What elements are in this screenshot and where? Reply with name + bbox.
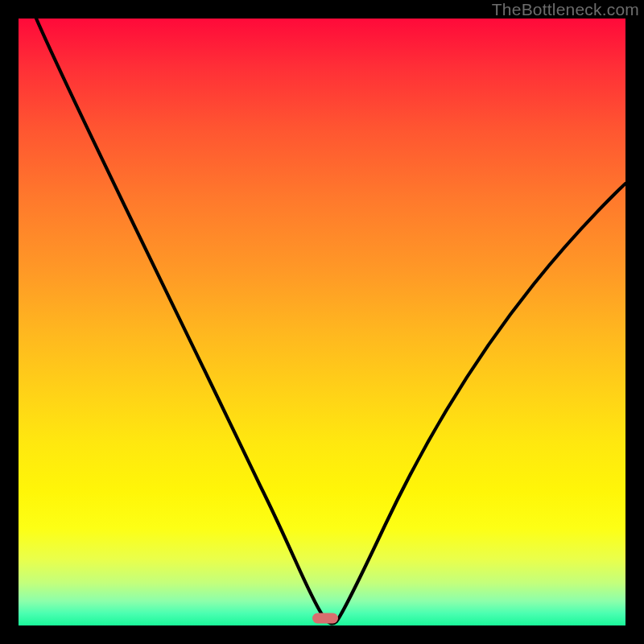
plot-area (19, 19, 625, 625)
chart-frame: TheBottleneck.com (0, 0, 644, 644)
watermark-text: TheBottleneck.com (492, 0, 639, 19)
curve-path (36, 19, 625, 623)
optimal-point-marker (312, 613, 338, 624)
bottleneck-curve (19, 19, 625, 625)
